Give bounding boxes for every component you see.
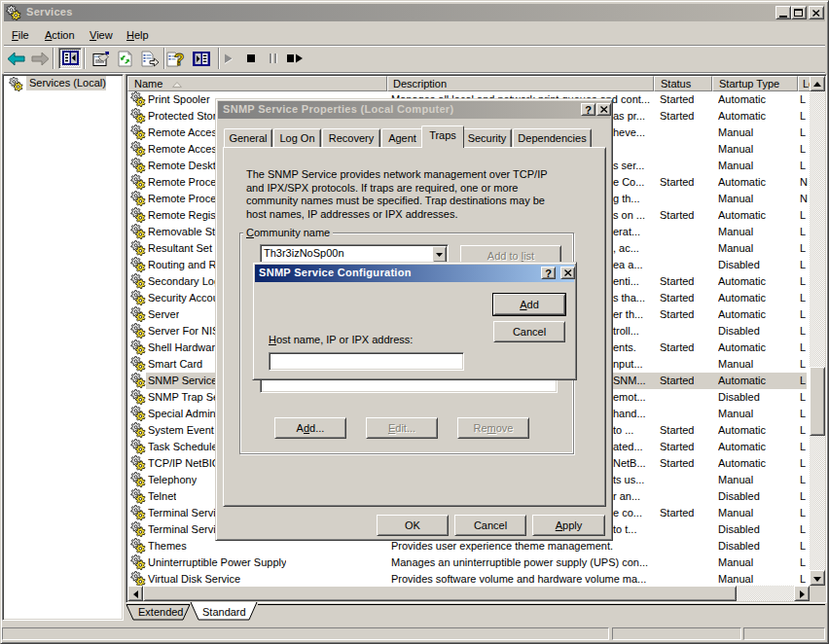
svg-text:?: ? [174,51,184,68]
